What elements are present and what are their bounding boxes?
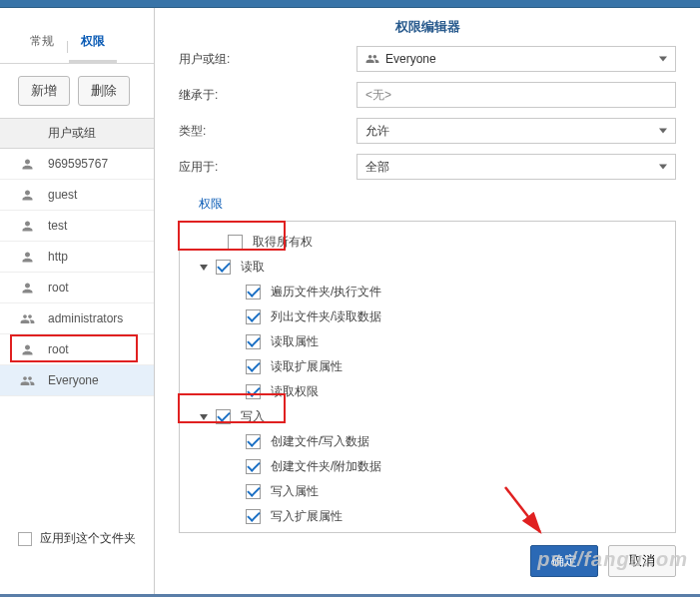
- perm-label: 读取属性: [271, 333, 319, 350]
- perm-label: 创建文件夹/附加数据: [271, 458, 381, 475]
- permission-editor-dialog: 权限编辑器 用户或组: Everyone 继承于: <无> 类: [155, 8, 700, 597]
- perm-item[interactable]: 读取权限: [180, 379, 675, 404]
- user-row[interactable]: test: [0, 211, 154, 242]
- user-row[interactable]: administrators: [0, 303, 154, 334]
- select-value: 全部: [365, 159, 389, 176]
- perm-checkbox[interactable]: [246, 309, 261, 324]
- select-value: Everyone: [385, 52, 436, 66]
- perm-item[interactable]: 遍历文件夹/执行文件: [180, 280, 675, 304]
- permission-tree[interactable]: 取得所有权读取遍历文件夹/执行文件列出文件夹/读取数据读取属性读取扩展属性读取权…: [179, 222, 676, 533]
- perm-checkbox[interactable]: [246, 434, 261, 449]
- user-icon: [18, 248, 36, 266]
- perm-label: 读取: [241, 259, 265, 276]
- user-name: administrators: [48, 311, 123, 325]
- perm-item[interactable]: 取得所有权: [180, 230, 675, 255]
- perm-checkbox[interactable]: [216, 409, 231, 424]
- perm-label: 读取扩展属性: [271, 358, 343, 375]
- perm-label: 遍历文件夹/执行文件: [271, 284, 381, 300]
- field-user-or-group: 用户或组: Everyone: [179, 46, 676, 72]
- perm-checkbox[interactable]: [246, 285, 261, 299]
- user-icon: [18, 340, 36, 358]
- user-row[interactable]: Everyone: [0, 365, 154, 396]
- perm-item[interactable]: 列出文件夹/读取数据: [180, 304, 675, 329]
- label-apply-to: 应用于:: [179, 159, 356, 176]
- select-apply-to[interactable]: 全部: [356, 154, 676, 180]
- select-type[interactable]: 允许: [356, 118, 676, 144]
- perm-label: 写入: [241, 408, 265, 425]
- apply-to-folder-row[interactable]: 应用到这个文件夹: [18, 530, 136, 547]
- input-inherit-from: <无>: [356, 82, 676, 108]
- ok-button[interactable]: 确定: [530, 545, 598, 577]
- perm-label: 列出文件夹/读取数据: [271, 308, 381, 325]
- field-type: 类型: 允许: [179, 118, 676, 144]
- label-inherit-from: 继承于:: [179, 87, 356, 104]
- user-row[interactable]: 969595767: [0, 149, 154, 180]
- perm-item[interactable]: 读取属性: [180, 329, 675, 354]
- user-icon: [18, 186, 36, 204]
- left-panel: 常规 | 权限 新增 删除 用户或组 969595767guesttesthtt…: [0, 8, 155, 597]
- form-area: 用户或组: Everyone 继承于: <无> 类型: 允许: [155, 46, 700, 190]
- add-button[interactable]: 新增: [18, 76, 70, 106]
- chevron-down-icon: [659, 165, 667, 170]
- chevron-down-icon[interactable]: [200, 414, 208, 420]
- cancel-button[interactable]: 取消: [608, 545, 676, 577]
- user-row[interactable]: guest: [0, 180, 154, 211]
- select-value: 允许: [365, 123, 389, 140]
- user-name: 969595767: [48, 157, 108, 171]
- label-user-or-group: 用户或组:: [179, 51, 356, 68]
- permission-section: 权限 取得所有权读取遍历文件夹/执行文件列出文件夹/读取数据读取属性读取扩展属性…: [155, 190, 700, 533]
- perm-checkbox[interactable]: [246, 334, 261, 349]
- tabs: 常规 | 权限: [0, 28, 154, 64]
- perm-checkbox[interactable]: [246, 384, 261, 399]
- perm-item[interactable]: 写入属性: [180, 479, 675, 504]
- permission-header: 权限: [179, 190, 676, 222]
- dialog-title: 权限编辑器: [155, 8, 700, 46]
- group-icon: [18, 309, 36, 327]
- perm-checkbox[interactable]: [246, 509, 261, 524]
- delete-button[interactable]: 删除: [78, 76, 130, 106]
- user-icon: [18, 155, 36, 173]
- label-type: 类型:: [179, 123, 356, 140]
- perm-label: 创建文件/写入数据: [271, 433, 369, 450]
- user-row[interactable]: root: [0, 334, 154, 365]
- apply-checkbox[interactable]: [18, 532, 32, 546]
- user-name: guest: [48, 188, 77, 202]
- perm-label: 写入属性: [271, 483, 319, 500]
- perm-item[interactable]: 创建文件夹/附加数据: [180, 454, 675, 479]
- perm-checkbox[interactable]: [216, 260, 231, 275]
- user-name: root: [48, 342, 69, 356]
- perm-item[interactable]: 创建文件/写入数据: [180, 429, 675, 454]
- perm-label: 取得所有权: [253, 234, 313, 251]
- chevron-down-icon: [659, 57, 667, 62]
- user-name: root: [48, 281, 69, 295]
- user-icon: [18, 279, 36, 297]
- chevron-down-icon[interactable]: [200, 265, 208, 271]
- user-row[interactable]: root: [0, 273, 154, 303]
- perm-item[interactable]: 读取扩展属性: [180, 354, 675, 379]
- perm-item[interactable]: 写入: [180, 404, 675, 429]
- user-name: Everyone: [48, 373, 99, 387]
- perm-checkbox[interactable]: [246, 359, 261, 374]
- perm-item[interactable]: 写入扩展属性: [180, 504, 675, 529]
- perm-checkbox[interactable]: [246, 459, 261, 474]
- perm-label: 写入扩展属性: [271, 508, 343, 525]
- apply-label: 应用到这个文件夹: [40, 530, 136, 547]
- list-header-user-or-group: 用户或组: [0, 118, 154, 149]
- toolbar: 新增 删除: [0, 64, 154, 118]
- dialog-footer: 确定 取消: [155, 533, 700, 597]
- perm-item[interactable]: 读取: [180, 255, 675, 280]
- field-inherit-from: 继承于: <无>: [179, 82, 676, 108]
- user-icon: [18, 217, 36, 235]
- user-row[interactable]: http: [0, 242, 154, 273]
- perm-checkbox[interactable]: [246, 484, 261, 499]
- window-titlebar: [0, 0, 700, 8]
- select-user-or-group[interactable]: Everyone: [356, 46, 676, 72]
- user-name: http: [48, 250, 68, 264]
- group-icon: [18, 371, 36, 389]
- chevron-down-icon: [659, 129, 667, 134]
- tab-permissions[interactable]: 权限: [69, 25, 117, 63]
- field-apply-to: 应用于: 全部: [179, 154, 676, 180]
- tab-general[interactable]: 常规: [18, 25, 66, 63]
- perm-label: 读取权限: [271, 383, 319, 400]
- perm-checkbox[interactable]: [228, 235, 243, 250]
